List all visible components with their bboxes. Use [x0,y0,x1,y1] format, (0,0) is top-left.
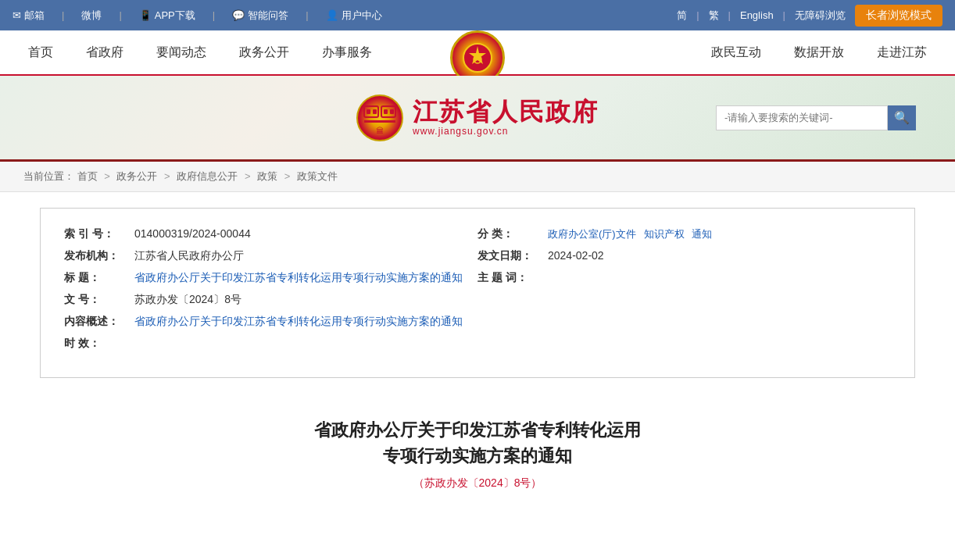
breadcrumb-current-label: 当前位置： [23,170,74,182]
header-emblem: 🏛 [356,95,403,141]
breadcrumb-sep-1: > [104,170,113,182]
lang-jian-link[interactable]: 简 [677,9,687,23]
chat-icon: 💬 [232,9,245,21]
top-bar-left: ✉ 邮箱 | 微博 | 📱 APP下载 | 💬 智能问答 | 👤 用户中心 [13,9,382,23]
doc-subject-label: 主 题 词： [478,271,548,285]
header-title-area: 江苏省人民政府 www.jiangsu.gov.cn [413,98,599,137]
doc-title-line2: 专项行动实施方案的通知 [383,446,572,465]
site-title-cn: 江苏省人民政府 [413,98,599,126]
doc-no-value: 苏政办发〔2024〕8号 [134,293,478,307]
lang-fan-link[interactable]: 繁 [709,9,719,23]
search-input[interactable] [716,105,888,130]
site-title-en: www.jiangsu.gov.cn [413,126,599,137]
header-logo-area: 🏛 江苏省人民政府 www.jiangsu.gov.cn [356,95,599,141]
doc-category-label: 分 类： [478,227,548,241]
search-button[interactable]: 🔍 [888,105,916,130]
doc-title-row: 标 题： 省政府办公厅关于印发江苏省专利转化运用专项行动实施方案的通知 [64,271,478,285]
doc-publish-date-value: 2024-02-02 [548,249,891,262]
header-search: 🔍 [716,105,916,130]
nav-bar: 首页 省政府 要闻动态 政务公开 办事服务 政民互动 数据开放 走进江苏 [0,30,955,76]
doc-validity-row: 时 效： [64,337,478,351]
doc-subject-row: 主 题 词： [478,271,891,285]
doc-summary-link[interactable]: 省政府办公厅关于印发江苏省专利转化运用专项行动实施方案的通知 [134,315,463,327]
breadcrumb-sep-3: > [245,170,253,182]
senior-mode-button[interactable]: 长者浏览模式 [855,5,942,27]
breadcrumb-policy[interactable]: 政策 [257,170,277,182]
doc-publish-date-label: 发文日期： [478,249,548,263]
nav-interaction[interactable]: 政民互动 [699,38,774,67]
breadcrumb-home[interactable]: 首页 [77,170,98,182]
doc-publisher-label: 发布机构： [64,249,134,263]
nav-left: 首页 省政府 要闻动态 政务公开 办事服务 [16,38,385,67]
svg-rect-9 [390,109,394,114]
doc-ref-no: （苏政办发〔2024〕8号） [71,476,884,490]
doc-title-label: 标 题： [64,271,134,285]
category-tag-1[interactable]: 政府办公室(厅)文件 [548,228,636,240]
doc-info-grid: 索 引 号： 014000319/2024-00044 发布机构： 江苏省人民政… [64,227,891,358]
nav-jiangsu[interactable]: 走进江苏 [864,38,939,67]
nav-home[interactable]: 首页 [16,38,66,67]
doc-publish-date-row: 发文日期： 2024-02-02 [478,249,891,263]
breadcrumb-bar: 当前位置： 首页 > 政务公开 > 政府信息公开 > 政策 > 政策文件 [0,162,955,192]
svg-text:🏛: 🏛 [376,127,384,135]
doc-category-tags: 政府办公室(厅)文件 知识产权 通知 [548,227,891,241]
breadcrumb-sep-4: > [284,170,293,182]
topbar-mail-link[interactable]: ✉ 邮箱 [13,9,45,23]
lang-english-link[interactable]: English [740,9,774,21]
doc-title-link[interactable]: 省政府办公厅关于印发江苏省专利转化运用专项行动实施方案的通知 [134,271,463,284]
nav-affairs[interactable]: 政务公开 [227,38,302,67]
doc-category-row: 分 类： 政府办公室(厅)文件 知识产权 通知 [478,227,891,241]
nav-news[interactable]: 要闻动态 [144,38,219,67]
user-icon: 👤 [326,9,338,21]
nav-services[interactable]: 办事服务 [309,38,385,67]
top-bar-right: 简 | 繁 | English | 无障碍浏览 长者浏览模式 [677,5,942,27]
topbar-user-link[interactable]: 👤 用户中心 [326,9,382,23]
doc-publisher-value: 江苏省人民政府办公厅 [134,249,478,263]
svg-rect-5 [373,109,377,114]
doc-publisher-row: 发布机构： 江苏省人民政府办公厅 [64,249,478,263]
breadcrumb-affairs[interactable]: 政务公开 [116,170,157,182]
content-area: 索 引 号： 014000319/2024-00044 发布机构： 江苏省人民政… [16,192,939,522]
doc-info-right: 分 类： 政府办公室(厅)文件 知识产权 通知 发文日期： 2024-02-02… [478,227,891,358]
top-bar: ✉ 邮箱 | 微博 | 📱 APP下载 | 💬 智能问答 | 👤 用户中心 简 … [0,0,955,30]
nav-data[interactable]: 数据开放 [782,38,857,67]
doc-summary-label: 内容概述： [64,315,134,329]
weibo-icon: 微博 [81,9,102,23]
topbar-weibo-link[interactable]: 微博 [81,9,102,23]
topbar-app-link[interactable]: 📱 APP下载 [139,9,195,23]
doc-title-value: 省政府办公厅关于印发江苏省专利转化运用专项行动实施方案的通知 [134,271,478,285]
doc-index-row: 索 引 号： 014000319/2024-00044 [64,227,478,241]
doc-info-left: 索 引 号： 014000319/2024-00044 发布机构： 江苏省人民政… [64,227,478,358]
svg-rect-6 [364,120,395,123]
doc-index-value: 014000319/2024-00044 [134,227,478,240]
doc-no-row: 文 号： 苏政办发〔2024〕8号 [64,293,478,307]
doc-validity-label: 时 效： [64,337,134,351]
accessibility-link[interactable]: 无障碍浏览 [795,9,846,23]
doc-summary-row: 内容概述： 省政府办公厅关于印发江苏省专利转化运用专项行动实施方案的通知 [64,315,478,329]
search-icon: 🔍 [894,110,910,125]
category-tag-3[interactable]: 通知 [692,228,712,240]
breadcrumb-gov-info[interactable]: 政府信息公开 [177,170,238,182]
mail-icon: ✉ [13,9,21,21]
doc-main-title: 省政府办公厅关于印发江苏省专利转化运用 专项行动实施方案的通知 [71,417,884,469]
category-tag-2[interactable]: 知识产权 [644,228,685,240]
doc-title-line1: 省政府办公厅关于印发江苏省专利转化运用 [314,420,641,440]
topbar-ai-link[interactable]: 💬 智能问答 [232,9,288,23]
svg-rect-8 [384,109,388,114]
doc-info-card: 索 引 号： 014000319/2024-00044 发布机构： 江苏省人民政… [40,208,915,378]
header-banner: 🏛 江苏省人民政府 www.jiangsu.gov.cn 🔍 [0,76,955,162]
nav-right: 政民互动 数据开放 走进江苏 [699,38,939,67]
svg-rect-4 [367,109,370,114]
doc-index-label: 索 引 号： [64,227,134,241]
doc-summary-value: 省政府办公厅关于印发江苏省专利转化运用专项行动实施方案的通知 [134,315,478,329]
doc-title-section: 省政府办公厅关于印发江苏省专利转化运用 专项行动实施方案的通知 （苏政办发〔20… [40,401,915,506]
breadcrumb-policy-files[interactable]: 政策文件 [297,170,338,182]
phone-icon: 📱 [139,9,152,21]
breadcrumb-sep-2: > [164,170,173,182]
nav-province-gov[interactable]: 省政府 [73,38,136,67]
doc-no-label: 文 号： [64,293,134,307]
